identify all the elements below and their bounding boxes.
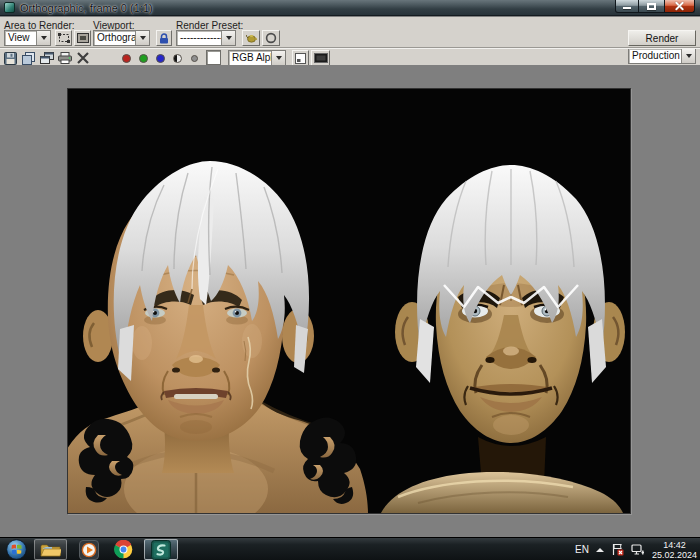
chrome-icon bbox=[114, 540, 133, 559]
red-channel-toggle[interactable] bbox=[118, 50, 135, 66]
area-to-render-dropdown[interactable]: View bbox=[4, 30, 51, 46]
crop-region-button[interactable] bbox=[74, 30, 91, 46]
lock-icon bbox=[159, 33, 169, 44]
taskbar-active-app-button[interactable] bbox=[144, 539, 178, 560]
x-icon bbox=[77, 52, 89, 64]
render-mode-value: Production bbox=[629, 49, 681, 63]
render-preset-dropdown[interactable]: ----------------- bbox=[176, 30, 236, 46]
taskbar-media-player-button[interactable] bbox=[76, 539, 102, 560]
teapot-icon bbox=[245, 33, 258, 43]
print-image-button[interactable] bbox=[56, 50, 73, 66]
clear-image-button[interactable] bbox=[74, 50, 91, 66]
red-channel-icon bbox=[122, 54, 131, 63]
render-button[interactable]: Render bbox=[628, 30, 696, 46]
clone-rendered-frame-button[interactable] bbox=[38, 50, 55, 66]
render-window-icon bbox=[4, 2, 15, 13]
chevron-down-icon bbox=[226, 36, 232, 40]
minimize-button[interactable] bbox=[615, 0, 639, 13]
clock-time: 14:42 bbox=[652, 540, 697, 550]
green-channel-toggle[interactable] bbox=[135, 50, 152, 66]
maximize-button[interactable] bbox=[639, 0, 664, 13]
frame-buffer-icon bbox=[314, 53, 328, 63]
render-3d-heads bbox=[68, 89, 630, 513]
green-channel-icon bbox=[139, 54, 148, 63]
language-indicator[interactable]: EN bbox=[575, 544, 589, 555]
media-player-icon bbox=[79, 540, 99, 560]
viewport-value: Orthographic bbox=[94, 31, 135, 45]
crop-region-icon bbox=[77, 33, 89, 43]
close-button[interactable] bbox=[664, 0, 695, 13]
blue-channel-icon bbox=[156, 54, 165, 63]
environment-dialog-button[interactable] bbox=[262, 30, 280, 46]
taskbar-chrome-button[interactable] bbox=[110, 539, 136, 560]
dropdown-arrow bbox=[681, 49, 695, 63]
dropdown-arrow bbox=[221, 31, 235, 45]
taskbar-clock[interactable]: 14:42 25.02.2024 bbox=[652, 540, 697, 560]
action-center-flag-icon[interactable] bbox=[611, 543, 624, 556]
channel-display-value: RGB Alpha bbox=[229, 51, 271, 65]
rendered-frame[interactable] bbox=[67, 88, 631, 514]
show-hidden-icons-arrow[interactable] bbox=[596, 548, 604, 552]
chevron-down-icon bbox=[140, 36, 146, 40]
save-icon bbox=[4, 52, 17, 65]
ring-icon bbox=[265, 32, 277, 44]
desktop: Orthographic, frame 0 (1:1) Area to Rend… bbox=[0, 0, 700, 560]
layer-icon bbox=[295, 53, 306, 64]
window-title: Orthographic, frame 0 (1:1) bbox=[20, 2, 153, 14]
taskbar-explorer-button[interactable] bbox=[34, 539, 67, 560]
printer-icon bbox=[58, 52, 72, 64]
render-setup-button[interactable] bbox=[242, 30, 260, 46]
edit-region-button[interactable] bbox=[55, 30, 72, 46]
copy-icon bbox=[22, 52, 35, 65]
viewport-dropdown[interactable]: Orthographic bbox=[93, 30, 150, 46]
monochrome-toggle[interactable] bbox=[186, 50, 203, 66]
render-toolbar: Area to Render: View Viewport: Orthograp… bbox=[0, 17, 700, 65]
alpha-channel-toggle[interactable] bbox=[169, 50, 186, 66]
explorer-folder-icon bbox=[40, 542, 61, 558]
window-titlebar[interactable]: Orthographic, frame 0 (1:1) bbox=[0, 0, 700, 16]
show-frame-buffer-button[interactable] bbox=[311, 50, 330, 66]
clock-date: 25.02.2024 bbox=[652, 550, 697, 560]
maximize-icon bbox=[647, 3, 656, 10]
dropdown-arrow bbox=[135, 31, 149, 45]
chevron-down-icon bbox=[686, 54, 692, 58]
copy-image-button[interactable] bbox=[20, 50, 37, 66]
dropdown-arrow bbox=[36, 31, 50, 45]
system-tray: EN 14:42 25.02.2024 bbox=[575, 538, 697, 560]
alpha-channel-icon bbox=[173, 54, 182, 63]
close-icon bbox=[675, 2, 684, 11]
network-icon[interactable] bbox=[631, 544, 645, 556]
toolbar-separator bbox=[0, 47, 700, 49]
start-button[interactable] bbox=[5, 539, 27, 560]
taskbar: EN 14:42 25.02.2024 bbox=[0, 537, 700, 560]
edit-region-icon bbox=[58, 33, 70, 43]
windows-orb-icon bbox=[6, 539, 27, 560]
monochrome-icon bbox=[191, 55, 198, 62]
chevron-down-icon bbox=[41, 36, 47, 40]
viewport-lock-button[interactable] bbox=[156, 30, 172, 46]
render-mode-dropdown[interactable]: Production bbox=[628, 48, 696, 64]
render-preset-value: ----------------- bbox=[177, 31, 221, 45]
window-controls bbox=[615, 0, 695, 13]
layer-toggle-button[interactable] bbox=[292, 50, 309, 66]
save-image-button[interactable] bbox=[2, 50, 19, 66]
channel-display-dropdown[interactable]: RGB Alpha bbox=[228, 50, 286, 66]
window-body bbox=[0, 65, 700, 537]
blue-channel-toggle[interactable] bbox=[152, 50, 169, 66]
clone-window-icon bbox=[40, 52, 54, 64]
area-to-render-value: View bbox=[5, 31, 36, 45]
background-color-swatch[interactable] bbox=[206, 50, 221, 65]
minimize-icon bbox=[623, 7, 631, 9]
active-app-icon bbox=[151, 540, 171, 560]
chevron-down-icon bbox=[276, 56, 282, 60]
dropdown-arrow bbox=[271, 51, 285, 65]
